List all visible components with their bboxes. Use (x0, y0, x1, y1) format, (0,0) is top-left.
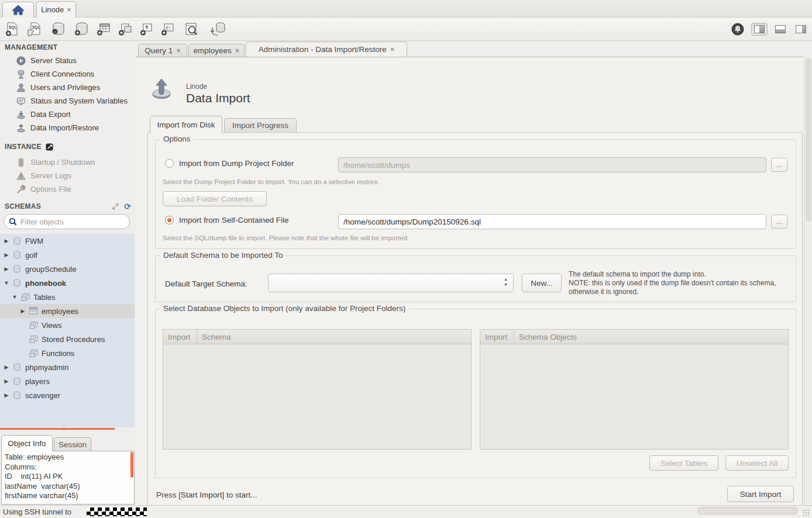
tree-item-functions[interactable]: Functions (0, 346, 135, 360)
object-info-scrollbar[interactable] (130, 452, 133, 478)
tab-query-1[interactable]: Query 1 × (138, 44, 187, 57)
dump-project-folder-radio-label: Import from Dump Project Folder (179, 159, 294, 168)
column-header-import[interactable]: Import (480, 330, 514, 344)
tree-item-fwm[interactable]: ▶ FWM (0, 234, 135, 248)
tree-item-players[interactable]: ▶ players (0, 374, 135, 388)
main-scrollbar-track[interactable] (804, 57, 812, 505)
subtab-import-progress[interactable]: Import Progress (224, 118, 297, 133)
schema-filter-input[interactable] (20, 217, 114, 226)
default-target-schema-label: Default Target Schema: (165, 279, 247, 288)
start-import-button[interactable]: Start Import (727, 486, 794, 502)
expander-icon[interactable]: ▶ (20, 308, 26, 314)
column-header-schema-objects[interactable]: Schema Objects (514, 333, 577, 341)
status-variables-icon (16, 96, 26, 106)
database-icon (13, 363, 22, 371)
reconnect-database-icon[interactable] (209, 22, 227, 37)
expander-icon[interactable]: ▶ (4, 364, 9, 370)
sidebar-item-data-import-restore[interactable]: Data Import/Restore (0, 121, 136, 134)
right-panel-toggle-icon[interactable] (793, 23, 809, 36)
tree-item-golf[interactable]: ▶ golf (0, 248, 135, 262)
refresh-schemas-icon[interactable]: ⟳ (124, 202, 131, 211)
sidebar-item-status-system-variables[interactable]: Status and System Variables (0, 94, 136, 108)
database-icon (13, 237, 22, 245)
create-function-icon[interactable]: f() (159, 22, 177, 37)
object-info-panel: Table: employees Columns: ID int(11) AI … (1, 451, 135, 505)
tree-item-phpmyadmin[interactable]: ▶ phpmyadmin (0, 360, 135, 374)
tab-employees[interactable]: employees × (188, 44, 245, 57)
default-target-schema-combo[interactable]: ▲▼ (268, 274, 514, 292)
expander-icon[interactable]: ▶ (4, 238, 9, 244)
tree-item-groupschedule[interactable]: ▶ groupSchedule (0, 262, 135, 276)
data-export-icon (16, 110, 26, 119)
splitter-grip: ⦙⦙ (63, 426, 67, 432)
subtab-import-from-disk[interactable]: Import from Disk (150, 116, 222, 133)
column-header-schema[interactable]: Schema (197, 333, 231, 341)
tree-item-phonebook[interactable]: ▼ phonebook (0, 276, 135, 290)
select-objects-group-label: Select Database Objects to Import (only … (160, 304, 408, 313)
create-schema-icon[interactable] (73, 22, 90, 37)
import-from-disk-panel: Options Import from Dump Project Folder … (147, 132, 803, 510)
self-file-help-text: Select the SQL/dump file to import. Plea… (163, 234, 409, 241)
tree-item-employees[interactable]: ▶ employees (0, 304, 135, 318)
info-line: firstName varchar(45) (5, 491, 78, 500)
tree-item-tables[interactable]: ▼ Tables (0, 290, 135, 304)
redacted-hostname (87, 507, 147, 516)
tab-object-info[interactable]: Object Info (1, 435, 53, 451)
close-icon[interactable]: × (235, 46, 240, 55)
tree-item-scavenger[interactable]: ▶ scavenger (0, 388, 135, 402)
sidebar-item-startup-shutdown[interactable]: Startup / Shutdown (0, 156, 136, 169)
tab-session[interactable]: Session (54, 437, 91, 451)
functions-folder-icon (29, 349, 38, 357)
sidebar-item-server-logs[interactable]: Server Logs (0, 169, 136, 182)
close-icon[interactable]: × (67, 5, 71, 14)
dump-project-folder-radio[interactable] (165, 159, 174, 168)
expander-icon[interactable]: ▶ (4, 378, 9, 384)
sidebar-splitter[interactable]: ⦙⦙ (0, 427, 135, 430)
self-contained-file-path-input[interactable] (338, 214, 766, 229)
expander-icon[interactable]: ▶ (4, 252, 9, 258)
close-icon[interactable]: × (390, 45, 395, 54)
sidebar-item-options-file[interactable]: Options File (0, 182, 136, 196)
schema-inspector-icon[interactable]: i (49, 22, 67, 37)
window-resize-grip[interactable] (803, 509, 810, 516)
bottom-panel-toggle-icon[interactable] (772, 23, 789, 36)
create-procedure-icon[interactable] (138, 22, 156, 37)
connection-tab-linode[interactable]: Linode × (36, 1, 76, 18)
tree-item-stored-procedures[interactable]: Stored Procedures (0, 332, 135, 346)
new-sql-tab-icon[interactable]: SQL (4, 22, 21, 37)
tree-item-views[interactable]: Views (0, 318, 135, 332)
column-header-import[interactable]: Import (163, 330, 197, 344)
sidebar-item-server-status[interactable]: Server Status (0, 54, 136, 67)
tab-administration-data-import[interactable]: Administration - Data Import/Restore × (246, 42, 407, 57)
sidebar-item-client-connections[interactable]: Client Connections (0, 67, 136, 81)
home-tab[interactable] (2, 2, 34, 18)
browse-dump-folder-button[interactable]: … (771, 158, 787, 172)
options-group: Options Import from Dump Project Folder … (155, 139, 796, 249)
create-table-icon[interactable] (95, 22, 112, 37)
self-contained-file-radio[interactable] (165, 216, 174, 225)
sidebar-item-data-export[interactable]: Data Export (0, 108, 136, 121)
expander-icon[interactable]: ▶ (4, 266, 9, 272)
expander-icon[interactable]: ▶ (4, 392, 9, 398)
management-section-header: MANAGEMENT (5, 43, 57, 51)
sidebar-item-users-privileges[interactable]: Users and Privileges (0, 81, 136, 94)
load-folder-contents-button: Load Folder Contents (163, 191, 267, 206)
horizontal-scrollbar-thumb[interactable] (697, 507, 798, 514)
sidebar-panel-toggle-icon[interactable] (751, 23, 768, 36)
expander-icon[interactable]: ▼ (12, 294, 18, 300)
expand-schemas-icon[interactable]: ⤢ (112, 202, 118, 211)
search-table-data-icon[interactable] (183, 22, 200, 37)
dump-folder-path-input (338, 157, 766, 172)
new-schema-button[interactable]: New... (522, 274, 562, 292)
combo-spinner-icon: ▲▼ (504, 277, 508, 286)
schema-objects-table[interactable]: Import Schema Objects (480, 329, 789, 450)
expander-icon[interactable]: ▼ (4, 280, 9, 286)
options-group-label: Options (160, 134, 194, 143)
browse-self-contained-file-button[interactable]: … (771, 215, 787, 229)
open-sql-script-icon[interactable]: SQL (26, 22, 43, 37)
schemas-import-table[interactable]: Import Schema (163, 329, 472, 450)
close-icon[interactable]: × (176, 46, 181, 55)
create-view-icon[interactable] (116, 22, 134, 37)
notification-icon[interactable] (729, 22, 746, 37)
main-scrollbar-thumb[interactable] (806, 58, 811, 222)
